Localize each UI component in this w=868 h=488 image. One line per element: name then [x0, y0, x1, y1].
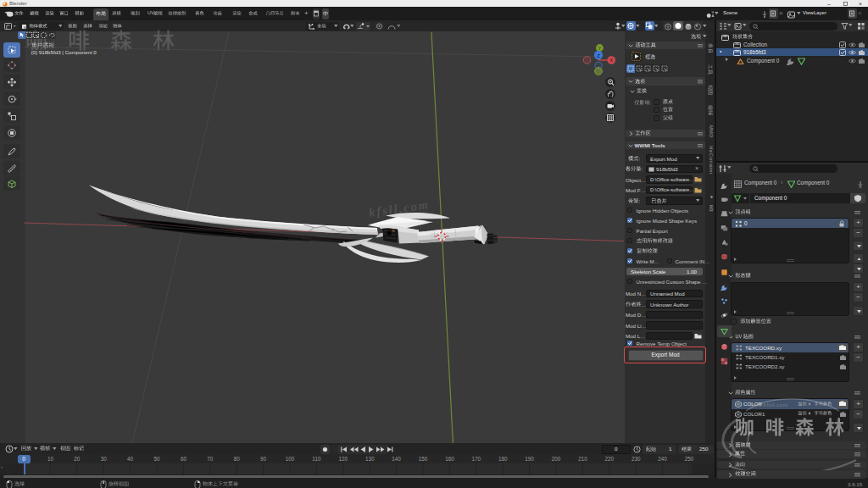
- svg-text:X: X: [609, 58, 613, 63]
- svg-text:Y: Y: [598, 46, 602, 51]
- svg-text:Z: Z: [597, 53, 600, 58]
